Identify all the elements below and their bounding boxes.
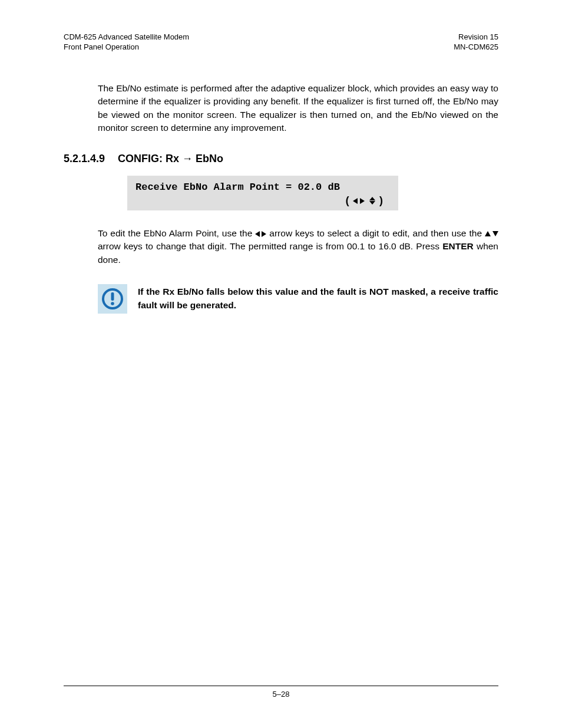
arrow-right-icon: → <box>182 153 193 164</box>
note-block: If the Rx Eb/No falls below this value a… <box>98 284 498 314</box>
svg-rect-1 <box>111 292 114 301</box>
svg-point-2 <box>111 302 114 305</box>
header-doc-id: MN-CDM625 <box>454 42 498 52</box>
section-number: 5.2.1.4.9 <box>64 153 105 165</box>
left-right-arrows-icon <box>255 231 266 237</box>
arrow-left-icon <box>353 198 358 204</box>
paren-open: ( <box>344 195 351 207</box>
page-footer: 5–28 <box>64 686 498 699</box>
lcd-line-1: Receive EbNo Alarm Point = 02.0 dB <box>135 182 390 193</box>
instruction-paragraph: To edit the EbNo Alarm Point, use the ar… <box>98 227 498 266</box>
section-heading: 5.2.1.4.9CONFIG: Rx → EbNo <box>64 153 498 165</box>
enter-key-label: ENTER <box>442 241 474 251</box>
lcd-line-2: ( ) <box>135 195 390 207</box>
paren-close: ) <box>378 195 384 207</box>
section-title-suffix: EbNo <box>193 153 223 164</box>
header-section: Front Panel Operation <box>64 42 189 52</box>
intro-paragraph: The Eb/No estimate is performed after th… <box>98 82 498 135</box>
instruction-part3: arrow keys to change that digit. The per… <box>98 241 442 251</box>
page-number: 5–28 <box>273 690 290 699</box>
arrow-right-icon <box>360 198 365 204</box>
header-product: CDM-625 Advanced Satellite Modem <box>64 32 189 42</box>
header-revision: Revision 15 <box>454 32 498 42</box>
page-header: CDM-625 Advanced Satellite Modem Front P… <box>64 32 498 52</box>
page-content: The Eb/No estimate is performed after th… <box>64 82 498 686</box>
header-left: CDM-625 Advanced Satellite Modem Front P… <box>64 32 189 52</box>
note-text: If the Rx Eb/No falls below this value a… <box>138 284 498 312</box>
lcd-display: Receive EbNo Alarm Point = 02.0 dB ( ) <box>127 176 398 210</box>
section-title-prefix: CONFIG: Rx <box>118 153 182 164</box>
alert-icon <box>98 284 127 314</box>
instruction-part1: To edit the EbNo Alarm Point, use the <box>98 228 255 238</box>
header-right: Revision 15 MN-CDM625 <box>454 32 498 52</box>
arrow-updown-icon <box>369 197 375 205</box>
instruction-part2: arrow keys to select a digit to edit, an… <box>266 228 485 238</box>
up-down-arrows-icon <box>485 231 498 236</box>
